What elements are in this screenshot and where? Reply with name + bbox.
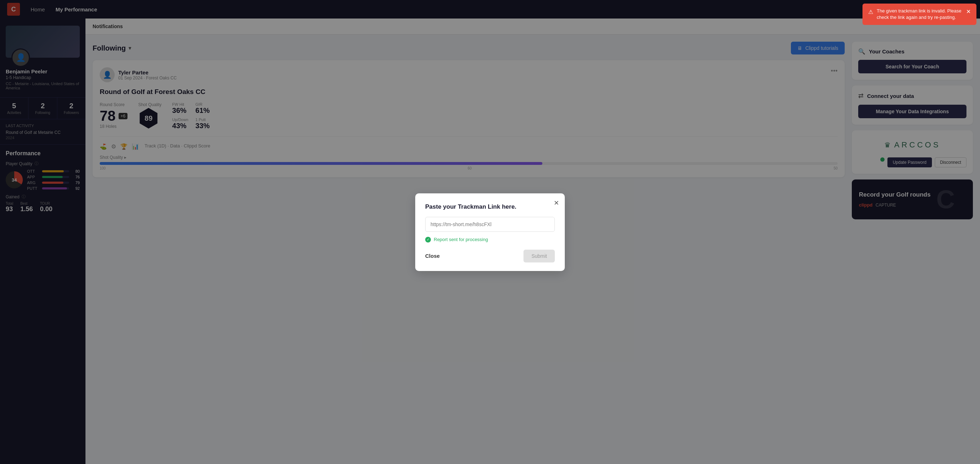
- warning-icon: ⚠: [868, 8, 873, 16]
- modal-submit-button[interactable]: Submit: [523, 249, 555, 262]
- modal-title: Paste your Trackman Link here.: [425, 203, 555, 210]
- modal-overlay: Paste your Trackman Link here. ✕ ✓ Repor…: [0, 0, 980, 464]
- modal-close-text-button[interactable]: Close: [425, 253, 440, 259]
- modal-footer: Close Submit: [425, 249, 555, 262]
- trackman-modal: Paste your Trackman Link here. ✕ ✓ Repor…: [415, 193, 565, 271]
- toast-message: The given trackman link is invalid. Plea…: [877, 8, 963, 21]
- success-message: ✓ Report sent for processing: [425, 237, 555, 243]
- modal-close-button[interactable]: ✕: [554, 199, 559, 207]
- success-icon: ✓: [425, 237, 431, 243]
- toast-notification: ⚠ The given trackman link is invalid. Pl…: [862, 3, 977, 25]
- toast-close-button[interactable]: ✕: [966, 8, 971, 16]
- success-text: Report sent for processing: [434, 237, 488, 242]
- trackman-link-input[interactable]: [425, 217, 555, 232]
